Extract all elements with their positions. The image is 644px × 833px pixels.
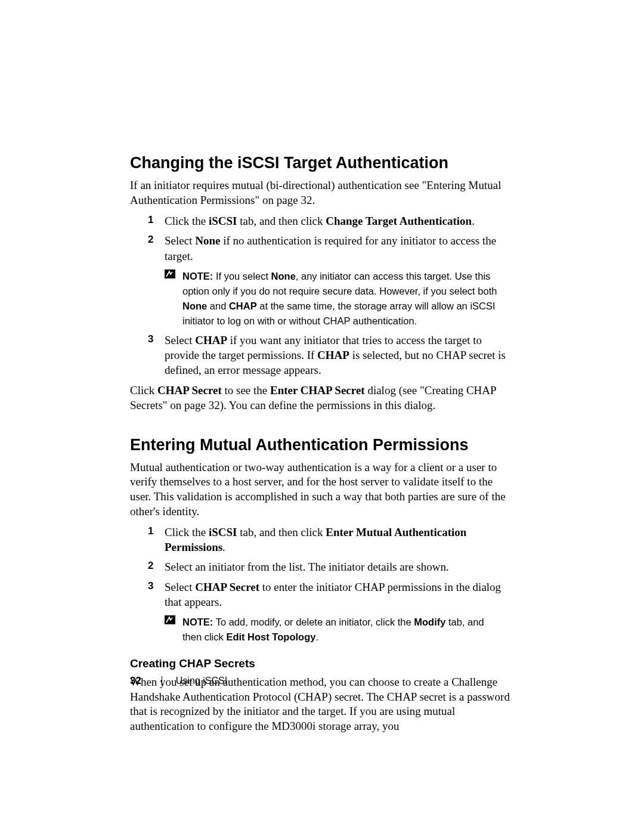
step-text: Select None if no authentication is requ… — [165, 234, 496, 262]
step-text: Select CHAP if you want any initiator th… — [165, 334, 506, 376]
note-text: NOTE: If you select None, any initiator … — [182, 271, 497, 326]
step-2: 2 Select None if no authentication is re… — [130, 233, 512, 327]
step-text: Click the iSCSI tab, and then click Ente… — [165, 526, 466, 553]
section2-intro: Mutual authentication or two-way authent… — [130, 460, 512, 519]
heading-entering-mutual-auth: Entering Mutual Authentication Permissio… — [130, 436, 512, 454]
section1-steps: 1 Click the iSCSI tab, and then click Ch… — [130, 213, 512, 377]
step-2: 2 Select an initiator from the list. The… — [130, 559, 512, 574]
step-1: 1 Click the iSCSI tab, and then click Ch… — [130, 213, 512, 228]
section1-intro: If an initiator requires mutual (bi-dire… — [130, 178, 512, 208]
step-number: 1 — [148, 525, 153, 538]
step-1: 1 Click the iSCSI tab, and then click En… — [130, 525, 512, 555]
step-number: 1 — [148, 213, 153, 227]
heading-changing-iscsi-target-auth: Changing the iSCSI Target Authentication — [130, 154, 512, 172]
document-page: Changing the iSCSI Target Authentication… — [0, 0, 644, 833]
note-block: NOTE: To add, modify, or delete an initi… — [165, 614, 512, 644]
step-number: 3 — [148, 580, 153, 593]
section2-steps: 1 Click the iSCSI tab, and then click En… — [130, 525, 512, 644]
footer-separator — [162, 676, 162, 686]
footer-title: Using iSCSI — [176, 676, 227, 686]
heading-creating-chap-secrets: Creating CHAP Secrets — [130, 657, 512, 670]
step-number: 3 — [148, 333, 153, 346]
page-number: 32 — [130, 675, 141, 686]
step-3: 3 Select CHAP Secret to enter the initia… — [130, 580, 512, 644]
step-number: 2 — [148, 233, 153, 246]
note-icon — [165, 615, 175, 624]
page-content: Changing the iSCSI Target Authentication… — [130, 154, 512, 740]
step-text: Select CHAP Secret to enter the initiato… — [165, 581, 501, 608]
step-3: 3 Select CHAP if you want any initiator … — [130, 333, 512, 377]
step-text: Select an initiator from the list. The i… — [165, 561, 449, 573]
step-number: 2 — [148, 559, 153, 572]
note-block: NOTE: If you select None, any initiator … — [165, 268, 512, 328]
section1-after: Click CHAP Secret to see the Enter CHAP … — [130, 383, 512, 413]
note-text: NOTE: To add, modify, or delete an initi… — [182, 617, 484, 642]
step-text: Click the iSCSI tab, and then click Chan… — [165, 215, 475, 227]
page-footer: 32 Using iSCSI — [130, 675, 227, 687]
note-icon — [165, 270, 175, 278]
